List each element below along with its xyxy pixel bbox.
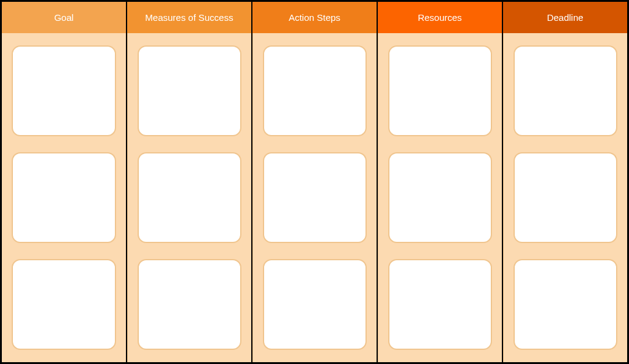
column-body: [2, 33, 126, 362]
column-body: [252, 33, 377, 362]
card[interactable]: [263, 152, 367, 243]
card[interactable]: [12, 259, 116, 350]
column-header-action-steps: Action Steps: [252, 2, 377, 33]
column-label: Deadline: [547, 12, 583, 23]
column-label: Goal: [54, 12, 74, 23]
card[interactable]: [514, 45, 617, 136]
card[interactable]: [138, 259, 241, 350]
column-label: Resources: [418, 12, 462, 23]
column-header-goal: Goal: [2, 2, 126, 33]
column-resources: Resources: [378, 2, 503, 362]
card[interactable]: [514, 152, 617, 243]
column-label: Measures of Success: [145, 12, 233, 23]
card[interactable]: [388, 152, 492, 243]
column-header-measures: Measures of Success: [127, 2, 251, 33]
card[interactable]: [514, 259, 617, 350]
column-measures: Measures of Success: [127, 2, 252, 362]
card[interactable]: [12, 45, 116, 136]
column-header-resources: Resources: [378, 2, 502, 33]
column-body: [127, 33, 251, 362]
action-plan-board: Goal Measures of Success Action Steps: [0, 0, 629, 364]
card[interactable]: [138, 152, 241, 243]
card[interactable]: [12, 152, 116, 243]
column-deadline: Deadline: [503, 2, 627, 362]
column-label: Action Steps: [289, 12, 340, 23]
column-body: [378, 33, 502, 362]
card[interactable]: [138, 45, 241, 136]
column-action-steps: Action Steps: [252, 2, 378, 362]
card[interactable]: [263, 45, 367, 136]
column-goal: Goal: [2, 2, 127, 362]
card[interactable]: [263, 259, 367, 350]
column-header-deadline: Deadline: [503, 2, 627, 33]
card[interactable]: [388, 45, 492, 136]
column-body: [503, 33, 627, 362]
card[interactable]: [388, 259, 492, 350]
